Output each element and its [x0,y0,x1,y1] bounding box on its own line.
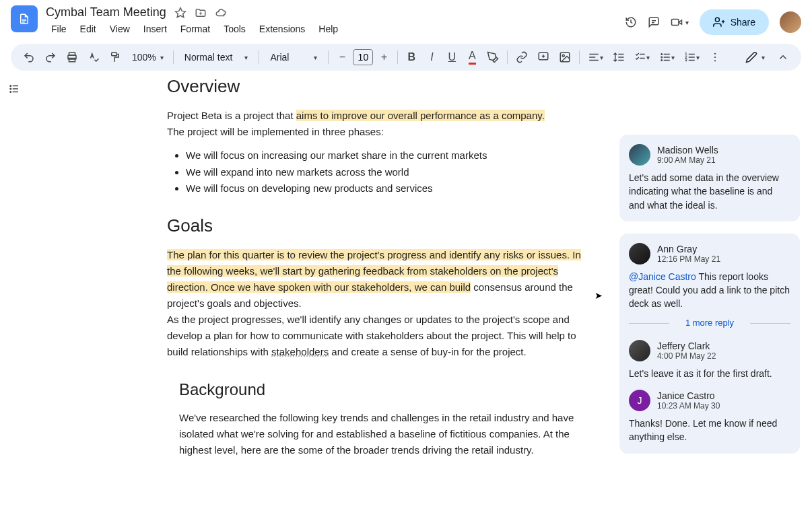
comment-avatar [629,144,650,166]
font-size-decrease[interactable]: − [333,48,351,67]
comment-avatar: J [629,390,650,411]
menu-bar: File Edit View Insert Format Tools Exten… [46,21,617,37]
heading-goals: Goals [167,215,591,236]
goals-paragraph-2: As the project progresses, we'll identif… [167,312,591,360]
comment-body: Let's add some data in the overview indi… [629,171,790,212]
share-button[interactable]: Share [700,9,769,35]
underline-button[interactable]: U [442,48,461,67]
svg-point-31 [661,57,663,58]
comments-icon[interactable] [648,16,660,28]
comment-author: Janice Castro [657,390,720,401]
svg-point-33 [661,60,663,61]
numbered-list-button[interactable]: 123▾ [680,48,704,67]
outline-toggle-icon[interactable] [8,85,20,97]
comment-body: Thanks! Done. Let me know if need anythi… [629,417,790,444]
list-item: We will expand into new markets across t… [186,165,591,180]
document-body[interactable]: Overview Project Beta is a project that … [167,76,591,458]
heading-background: Background [179,380,591,399]
menu-insert[interactable]: Insert [138,21,172,37]
mouse-cursor-icon: ➤ [595,290,603,301]
bold-button[interactable]: B [402,48,421,67]
svg-point-8 [715,17,719,22]
menu-file[interactable]: File [46,21,72,37]
background-paragraph: We've researched the following key trend… [179,410,591,458]
svg-point-42 [714,57,716,58]
print-button[interactable] [62,48,82,67]
svg-rect-1 [22,20,26,21]
mention-link[interactable]: @Janice Castro [629,271,696,282]
insert-link-button[interactable] [512,48,532,67]
insert-image-button[interactable] [555,48,575,67]
cloud-status-icon[interactable] [215,7,227,19]
star-icon[interactable] [174,7,187,19]
svg-point-44 [10,85,11,87]
highlight-color-button[interactable] [483,48,503,67]
docs-logo-icon[interactable] [11,5,38,32]
menu-edit[interactable]: Edit [75,21,102,37]
comment-body: @Janice Castro This report looks great! … [629,270,790,311]
comment-avatar [629,340,650,361]
document-title[interactable]: Cymbal Team Meeting [46,5,166,20]
comment-timestamp: 12:16 PM May 21 [657,254,720,264]
svg-point-48 [10,92,11,93]
paint-format-button[interactable] [105,48,125,67]
svg-point-43 [714,60,716,61]
share-label: Share [731,17,755,28]
overview-paragraph-2: The project will be implemented in three… [167,124,591,140]
comment-author: Jeffery Clark [657,341,716,351]
italic-button[interactable]: I [422,48,441,67]
align-button[interactable]: ▾ [584,48,607,67]
user-avatar[interactable] [780,11,801,33]
goals-paragraph-1: The plan for this quarter is to review t… [167,247,591,312]
list-item: We will focus on developing new products… [186,181,591,197]
spellcheck-button[interactable] [83,48,104,67]
collapse-toolbar-button[interactable] [773,48,793,67]
list-item: We will focus on increasing our market s… [186,148,591,164]
svg-point-29 [661,54,663,55]
comments-panel: Madison Wells 9:00 AM May 21 Let's add s… [619,135,800,454]
history-icon[interactable] [625,16,637,28]
comment-timestamp: 9:00 AM May 21 [657,155,718,165]
svg-point-46 [10,88,11,90]
menu-extensions[interactable]: Extensions [254,21,310,37]
comment-card[interactable]: Ann Gray 12:16 PM May 21 @Janice Castro … [619,234,800,454]
comment-avatar [629,243,650,264]
more-options-button[interactable] [705,48,725,67]
svg-point-41 [714,53,716,55]
svg-marker-3 [175,7,185,17]
menu-view[interactable]: View [104,21,135,37]
move-icon[interactable] [195,7,207,19]
overview-paragraph: Project Beta is a project that aims to i… [167,108,591,124]
add-comment-button[interactable] [533,48,553,67]
redo-button[interactable] [40,48,61,67]
comment-author: Madison Wells [657,145,718,155]
font-size-input[interactable] [353,49,373,65]
zoom-select[interactable]: 100%▾ [127,49,169,65]
text-color-button[interactable]: A [463,48,481,67]
font-size-increase[interactable]: + [374,48,393,67]
svg-rect-6 [671,20,679,26]
line-spacing-button[interactable] [609,48,629,67]
overview-bullets: We will focus on increasing our market s… [167,148,591,197]
comment-timestamp: 4:00 PM May 22 [657,351,716,361]
paragraph-style-select[interactable]: Normal text▾ [178,49,255,65]
comment-card[interactable]: Madison Wells 9:00 AM May 21 Let's add s… [619,135,800,221]
comment-body: Let's leave it as it for the first draft… [629,367,790,380]
svg-rect-0 [22,19,26,20]
svg-text:3: 3 [685,58,687,62]
meet-button[interactable]: ▾ [671,16,689,28]
menu-tools[interactable]: Tools [218,21,251,37]
menu-help[interactable]: Help [313,21,343,37]
editing-mode-button[interactable]: ▾ [739,48,772,66]
checklist-button[interactable]: ▾ [630,48,654,67]
undo-button[interactable] [19,48,39,67]
menu-format[interactable]: Format [175,21,215,37]
svg-rect-14 [112,52,117,56]
font-select[interactable]: Arial▾ [263,49,324,65]
comment-timestamp: 10:23 AM May 30 [657,401,720,411]
toolbar: 100%▾ Normal text▾ Arial▾ − + B I U A ▾ … [11,44,801,71]
bulleted-list-button[interactable]: ▾ [655,48,679,67]
svg-rect-2 [22,22,25,23]
heading-overview: Overview [167,76,591,97]
more-replies-link[interactable]: 1 more reply [629,311,790,336]
